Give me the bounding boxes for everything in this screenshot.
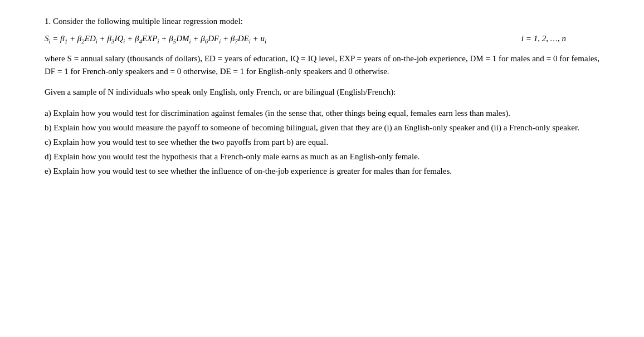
content-area: 1. Consider the following multiple linea… xyxy=(45,17,599,178)
part-e: e) Explain how you would test to see whe… xyxy=(45,164,599,178)
part-c: c) Explain how you would test to see whe… xyxy=(45,135,599,149)
equation-right: i = 1, 2, …, n xyxy=(521,34,566,43)
given-text: Given a sample of N individuals who spea… xyxy=(45,85,599,99)
part-d-text: d) Explain how you would test the hypoth… xyxy=(45,152,420,161)
part-b-text: b) Explain how you would measure the pay… xyxy=(45,123,579,132)
part-d: d) Explain how you would test the hypoth… xyxy=(45,150,599,163)
part-a-text: a) Explain how you would test for discri… xyxy=(45,109,510,118)
parts-section: a) Explain how you would test for discri… xyxy=(45,106,599,178)
equation-left: Si = β1 + β2EDi + β3IQi + β4EXPi + β5DMi… xyxy=(45,34,266,45)
where-text: where S = annual salary (thousands of do… xyxy=(45,52,599,77)
question-number: 1. Consider the following multiple linea… xyxy=(45,17,599,26)
equation-container: Si = β1 + β2EDi + β3IQi + β4EXPi + β5DMi… xyxy=(45,34,599,45)
intro-text: Consider the following multiple linear r… xyxy=(53,17,243,26)
number-label: 1. xyxy=(45,17,51,26)
part-b: b) Explain how you would measure the pay… xyxy=(45,121,599,134)
part-a: a) Explain how you would test for discri… xyxy=(45,106,599,120)
part-e-text: e) Explain how you would test to see whe… xyxy=(45,167,452,175)
part-c-text: c) Explain how you would test to see whe… xyxy=(45,138,328,146)
